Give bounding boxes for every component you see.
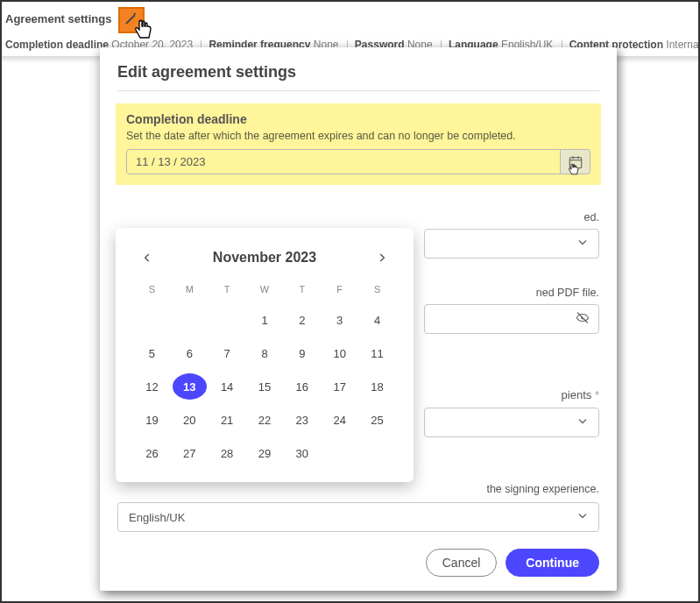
calendar-day[interactable]: 29: [248, 440, 282, 466]
calendar-day[interactable]: 17: [322, 373, 357, 400]
cancel-button[interactable]: Cancel: [426, 549, 498, 577]
calendar-day[interactable]: 11: [360, 340, 394, 366]
calendar-dow: W: [248, 284, 282, 300]
calendar-day[interactable]: 7: [210, 340, 244, 366]
calendar-day[interactable]: 20: [173, 407, 207, 433]
calendar-day[interactable]: 4: [360, 307, 394, 333]
dialog-title: Edit agreement settings: [117, 63, 599, 82]
calendar-day[interactable]: 13: [173, 373, 207, 400]
prev-month-button[interactable]: [135, 245, 159, 270]
required-star: *: [595, 388, 599, 401]
calendar-day[interactable]: 9: [285, 340, 319, 366]
password-desc-tail: ned PDF file.: [536, 287, 599, 299]
reminder-frequency-select[interactable]: [424, 229, 599, 259]
language-select-value: English/UK: [129, 511, 185, 524]
completion-deadline-input[interactable]: 11 / 13 / 2023: [126, 149, 561, 174]
open-calendar-button[interactable]: [561, 149, 590, 174]
chevron-down-icon: [576, 509, 590, 526]
calendar-day[interactable]: 5: [135, 340, 169, 366]
continue-button[interactable]: Continue: [506, 549, 599, 577]
calendar-day[interactable]: 24: [322, 407, 357, 433]
calendar-day[interactable]: 3: [322, 307, 357, 333]
calendar-dow: S: [135, 284, 169, 300]
calendar-icon: [568, 154, 583, 170]
language-desc-tail: the signing experience.: [117, 483, 599, 495]
completion-deadline-title: Completion deadline: [126, 112, 590, 126]
calendar-dow: M: [173, 284, 207, 300]
calendar-day[interactable]: 21: [210, 407, 244, 433]
eye-off-icon: [576, 311, 590, 328]
calendar-day[interactable]: 18: [360, 373, 394, 400]
calendar-day[interactable]: 28: [210, 440, 244, 466]
calendar-month-label: November 2023: [213, 250, 316, 266]
calendar-dow: T: [210, 284, 244, 300]
agreement-settings-title: Agreement settings: [5, 12, 111, 25]
calendar-day[interactable]: 1: [248, 307, 282, 333]
completion-deadline-section: Completion deadline Set the date after w…: [116, 103, 601, 185]
date-picker-popover: November 2023 SMTWTFS1234567891011121314…: [116, 228, 414, 482]
calendar-day[interactable]: 12: [135, 373, 169, 400]
calendar-day[interactable]: 16: [285, 373, 319, 400]
calendar-day[interactable]: 15: [248, 373, 282, 400]
calendar-day[interactable]: 8: [248, 340, 282, 366]
svg-rect-0: [569, 157, 582, 167]
calendar-day[interactable]: 22: [248, 407, 282, 433]
calendar-day[interactable]: 2: [285, 307, 319, 333]
password-input[interactable]: [424, 304, 599, 334]
next-month-button[interactable]: [370, 245, 394, 270]
content-protection-select[interactable]: [424, 408, 599, 437]
calendar-day[interactable]: 25: [360, 407, 394, 433]
content-protection-label-tail: pients: [562, 388, 592, 401]
pencil-icon: [124, 11, 139, 26]
reminder-desc-tail: ed.: [584, 211, 599, 223]
calendar-dow: T: [285, 284, 319, 300]
calendar-day[interactable]: 26: [135, 440, 169, 466]
language-select[interactable]: English/UK: [117, 502, 599, 532]
calendar-day[interactable]: 27: [173, 440, 207, 466]
calendar-dow: S: [360, 284, 394, 300]
calendar-day[interactable]: 23: [285, 407, 319, 433]
chevron-down-icon: [576, 415, 590, 431]
edit-agreement-settings-dialog: Edit agreement settings Completion deadl…: [100, 47, 617, 591]
calendar-day[interactable]: 19: [135, 407, 169, 433]
chevron-down-icon: [576, 236, 590, 252]
calendar-day[interactable]: 10: [322, 340, 357, 366]
calendar-day[interactable]: 14: [210, 373, 244, 400]
calendar-dow: F: [322, 284, 357, 300]
calendar-day[interactable]: 30: [285, 440, 319, 466]
edit-settings-button[interactable]: [118, 7, 145, 33]
calendar-day[interactable]: 6: [173, 340, 207, 366]
completion-deadline-desc: Set the date after which the agreement e…: [126, 130, 590, 142]
